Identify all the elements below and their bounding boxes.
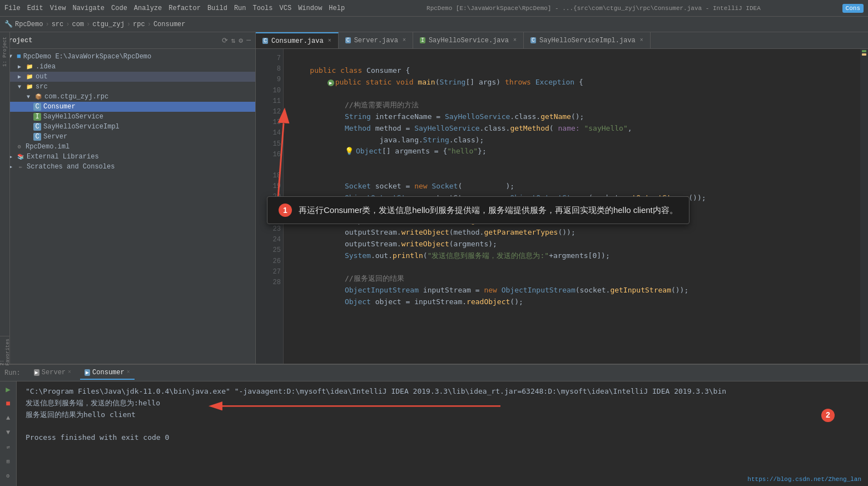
code-line-15: 💡Object[] argments = {"hello"}; — [292, 146, 851, 157]
vertical-sidebar: 1: Project — [0, 32, 10, 364]
tree-item-out[interactable]: ▶ 📁 out — [0, 72, 255, 82]
code-line-9: ▶public static void main(String[] args) … — [292, 77, 851, 88]
menu-run[interactable]: Run — [234, 4, 246, 12]
tab-consumer-java[interactable]: C Consumer.java × — [256, 32, 339, 48]
tab-close-impl[interactable]: × — [640, 37, 643, 43]
tree-item-rpcdemo[interactable]: ▼ ■ RpcDemo E:\JavaWorkSpace\RpcDemo — [0, 51, 255, 62]
server-tab-icon: ▶ — [34, 369, 39, 376]
java-icon-impl: C — [33, 123, 41, 131]
scroll-marker-2 — [862, 53, 866, 56]
menu-window[interactable]: Window — [298, 4, 322, 12]
top-right-area: Cons — [842, 4, 864, 13]
annotation-badge-2: 2 — [821, 409, 835, 422]
tree-label-sayhello-impl: SayHelloServiceImpl — [43, 123, 120, 131]
code-line-25 — [292, 261, 851, 273]
tree-item-com-ctgu[interactable]: ▼ 📦 com.ctgu_zyj.rpc — [0, 92, 255, 102]
menu-tools[interactable]: Tools — [253, 4, 273, 12]
tree-item-idea[interactable]: ▶ 📁 .idea — [0, 62, 255, 72]
breadcrumb-com[interactable]: com — [72, 21, 84, 28]
code-line-24: System.out.println("发送信息到服务端，发送的信息为:"+ar… — [292, 250, 851, 262]
breadcrumb-ctgu[interactable]: ctgu_zyj — [92, 21, 125, 28]
java-icon-consumer: C — [33, 103, 41, 111]
menu-vcs[interactable]: VCS — [280, 4, 292, 12]
panel-icons[interactable]: ⟳ ⇅ ⚙ ─ — [222, 36, 251, 45]
bottom-link[interactable]: https://blog.csdn.net/Zheng_lan — [747, 476, 861, 483]
tab-server-java[interactable]: C Server.java × — [339, 32, 413, 48]
menu-edit[interactable]: Edit — [27, 4, 43, 12]
menu-file[interactable]: File — [4, 4, 21, 12]
sync-icon[interactable]: ⟳ — [222, 36, 228, 45]
bottom-tab-consumer[interactable]: ▶ Consumer × — [80, 366, 135, 380]
package-icon: 📦 — [34, 93, 42, 101]
expand-arrow-src: ▼ — [16, 83, 23, 91]
favorites-label[interactable]: 2: Favorites — [0, 339, 11, 366]
main-layout: Project ⟳ ⇅ ⚙ ─ ▼ ■ RpcDemo E:\JavaWorkS… — [0, 32, 868, 486]
settings-icon[interactable]: ⚙ — [239, 36, 243, 45]
tab-close-consumer[interactable]: × — [328, 38, 331, 44]
expand-icon[interactable]: ⇅ — [231, 36, 236, 45]
menu-help[interactable]: Help — [329, 4, 345, 12]
run-btn[interactable]: ▶ — [3, 384, 14, 395]
bottom-left-strip: ▶ ■ ▲ ▼ ⇌ ⊞ ⚙ — [0, 381, 17, 486]
tab-sayhello-svc[interactable]: I SayHelloService.java × — [413, 32, 524, 48]
scratch-icon: ✏ — [17, 163, 24, 171]
expand-arrow-out: ▶ — [16, 73, 23, 81]
tab-close-server[interactable]: × — [403, 37, 406, 43]
tree-item-sayhello-impl[interactable]: C SayHelloServiceImpl — [0, 122, 255, 132]
bottom-content: ▶ ■ ▲ ▼ ⇌ ⊞ ⚙ "C:\Program Files\Java\jdk… — [0, 381, 868, 486]
menu-build[interactable]: Build — [207, 4, 227, 12]
scroll-up-btn[interactable]: ▲ — [3, 413, 14, 424]
bottom-tab-server-close[interactable]: × — [68, 369, 71, 375]
tree-item-consumer[interactable]: C Consumer — [0, 102, 255, 112]
output-line-3: 服务返回的结果为hello client — [26, 409, 859, 421]
tree-item-scratches[interactable]: ▶ ✏ Scratches and Consoles — [0, 162, 255, 172]
tree-label-src: src — [36, 83, 48, 91]
minimize-icon[interactable]: ─ — [246, 36, 251, 45]
menu-bar[interactable]: File Edit View Navigate Code Analyze Ref… — [4, 4, 345, 12]
stop-btn[interactable]: ■ — [3, 398, 14, 409]
tab-close-sayhello-svc[interactable]: × — [513, 37, 517, 43]
bottom-output: "C:\Program Files\Java\jdk-11.0.4\bin\ja… — [17, 381, 868, 486]
tree-item-sayhello-svc[interactable]: I SayHelloService — [0, 112, 255, 122]
bottom-annotation-2: 2 — [821, 409, 835, 422]
output-line-2: 发送信息到服务端，发送的信息为:hello — [26, 398, 859, 409]
ext-libs-icon: 📚 — [17, 153, 24, 161]
tab-icon-server: C — [345, 37, 351, 43]
sidebar-project-tab[interactable]: 1: Project — [2, 37, 8, 67]
tab-sayhello-impl[interactable]: C SayHelloServiceImpl.java × — [524, 32, 651, 48]
wrap-btn[interactable]: ⇌ — [3, 442, 14, 453]
tree-item-iml[interactable]: ⚙ RpcDemo.iml — [0, 142, 255, 152]
code-line-16 — [292, 157, 851, 169]
bottom-tab-server[interactable]: ▶ Server × — [29, 366, 76, 380]
bottom-tab-consumer-label: Consumer — [92, 369, 125, 376]
tree-item-ext-libs[interactable]: ▶ 📚 External Libraries — [0, 152, 255, 162]
code-line-11: //构造需要调用的方法 — [292, 100, 851, 111]
menu-refactor[interactable]: Refactor — [168, 4, 201, 12]
code-line-17 — [292, 169, 851, 181]
breadcrumb-rpcdemo[interactable]: RpcDemo — [15, 21, 43, 28]
settings-btn[interactable]: ⚙ — [3, 470, 14, 482]
tree-item-server[interactable]: C Server — [0, 132, 255, 142]
output-line-4 — [26, 420, 859, 432]
scroll-down-btn[interactable]: ▼ — [3, 427, 14, 438]
output-line-1: "C:\Program Files\Java\jdk-11.0.4\bin\ja… — [26, 386, 859, 398]
cons-badge[interactable]: Cons — [842, 4, 864, 13]
code-line-14: java.lang.String.class); — [292, 135, 851, 146]
annotation-box: 1 再运行Consumer类，发送信息hello到服务提供端，服务端提供服务，再… — [267, 196, 690, 224]
code-line-22: outputStream.writeObject(method.getParam… — [292, 227, 851, 239]
code-line-10 — [292, 88, 851, 100]
menu-navigate[interactable]: Navigate — [72, 4, 105, 12]
bottom-tab-consumer-close[interactable]: × — [127, 369, 130, 375]
breadcrumb-icon: 🔧 — [4, 20, 13, 28]
code-line-18: Socket socket = new Socket( ); — [292, 181, 851, 192]
favorites-strip: 2: Favorites — [0, 336, 10, 364]
breadcrumb-rpc[interactable]: rpc — [133, 21, 145, 28]
tree-item-src[interactable]: ▼ 📁 src — [0, 82, 255, 92]
menu-code[interactable]: Code — [111, 4, 127, 12]
breadcrumb-src[interactable]: src — [52, 21, 64, 28]
menu-view[interactable]: View — [50, 4, 66, 12]
filter-btn[interactable]: ⊞ — [3, 456, 14, 467]
menu-analyze[interactable]: Analyze — [134, 4, 162, 12]
tab-icon-impl: C — [530, 37, 536, 43]
breadcrumb-consumer[interactable]: Consumer — [153, 21, 186, 28]
